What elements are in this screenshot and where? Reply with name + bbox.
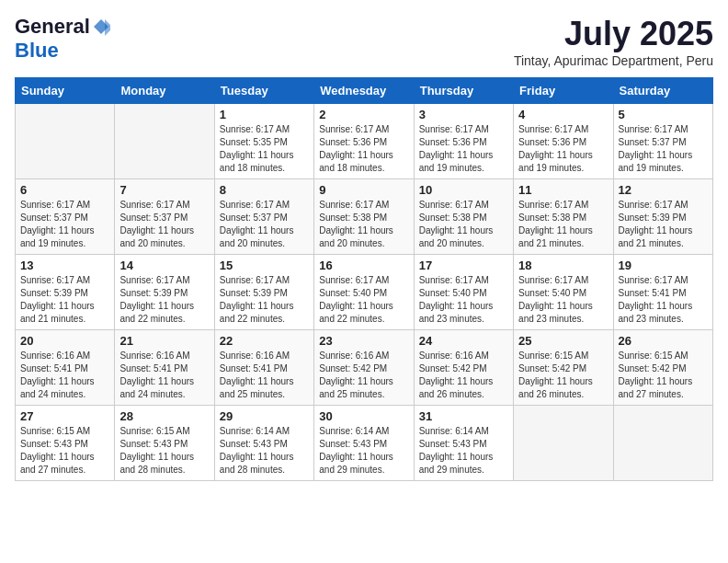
day-info: Sunrise: 6:17 AMSunset: 5:39 PMDaylight:… xyxy=(20,274,109,326)
calendar-day-cell xyxy=(16,104,115,179)
calendar-day-cell: 3Sunrise: 6:17 AMSunset: 5:36 PMDaylight… xyxy=(414,104,513,179)
calendar-day-cell: 6Sunrise: 6:17 AMSunset: 5:37 PMDaylight… xyxy=(16,179,115,255)
day-info: Sunrise: 6:17 AMSunset: 5:38 PMDaylight:… xyxy=(319,199,408,250)
calendar-day-cell: 5Sunrise: 6:17 AMSunset: 5:37 PMDaylight… xyxy=(613,104,712,179)
day-info: Sunrise: 6:15 AMSunset: 5:42 PMDaylight:… xyxy=(518,350,608,401)
calendar-day-cell: 11Sunrise: 6:17 AMSunset: 5:38 PMDayligh… xyxy=(514,179,613,255)
calendar-week-row: 1Sunrise: 6:17 AMSunset: 5:35 PMDaylight… xyxy=(16,104,713,179)
day-info: Sunrise: 6:17 AMSunset: 5:36 PMDaylight:… xyxy=(419,123,508,175)
day-info: Sunrise: 6:17 AMSunset: 5:41 PMDaylight:… xyxy=(619,274,708,326)
day-info: Sunrise: 6:17 AMSunset: 5:37 PMDaylight:… xyxy=(20,199,109,250)
calendar-day-cell: 19Sunrise: 6:17 AMSunset: 5:41 PMDayligh… xyxy=(613,255,712,330)
calendar-day-cell: 25Sunrise: 6:15 AMSunset: 5:42 PMDayligh… xyxy=(514,330,613,406)
day-info: Sunrise: 6:16 AMSunset: 5:42 PMDaylight:… xyxy=(419,350,508,401)
day-info: Sunrise: 6:17 AMSunset: 5:39 PMDaylight:… xyxy=(619,199,708,250)
calendar-week-row: 20Sunrise: 6:16 AMSunset: 5:41 PMDayligh… xyxy=(16,330,713,406)
day-number: 19 xyxy=(619,259,708,272)
calendar-day-cell: 2Sunrise: 6:17 AMSunset: 5:36 PMDaylight… xyxy=(314,104,414,179)
logo-general: General xyxy=(15,15,90,39)
day-info: Sunrise: 6:17 AMSunset: 5:36 PMDaylight:… xyxy=(319,123,408,175)
day-number: 17 xyxy=(419,259,508,272)
day-info: Sunrise: 6:17 AMSunset: 5:36 PMDaylight:… xyxy=(518,123,608,175)
location-subtitle: Tintay, Apurimac Department, Peru xyxy=(514,53,713,68)
calendar-day-cell: 18Sunrise: 6:17 AMSunset: 5:40 PMDayligh… xyxy=(514,255,613,330)
day-info: Sunrise: 6:16 AMSunset: 5:42 PMDaylight:… xyxy=(319,350,408,401)
calendar-day-cell: 12Sunrise: 6:17 AMSunset: 5:39 PMDayligh… xyxy=(613,179,712,255)
day-number: 29 xyxy=(220,409,309,423)
day-info: Sunrise: 6:17 AMSunset: 5:38 PMDaylight:… xyxy=(419,199,508,250)
weekday-header-sunday: Sunday xyxy=(16,78,115,104)
day-info: Sunrise: 6:17 AMSunset: 5:40 PMDaylight:… xyxy=(319,274,408,326)
day-info: Sunrise: 6:14 AMSunset: 5:43 PMDaylight:… xyxy=(220,425,309,477)
weekday-header-row: SundayMondayTuesdayWednesdayThursdayFrid… xyxy=(16,78,713,104)
day-info: Sunrise: 6:17 AMSunset: 5:35 PMDaylight:… xyxy=(220,123,309,175)
day-number: 26 xyxy=(619,334,708,348)
weekday-header-thursday: Thursday xyxy=(414,78,513,104)
day-number: 31 xyxy=(419,409,508,423)
day-number: 23 xyxy=(319,334,408,348)
day-info: Sunrise: 6:16 AMSunset: 5:41 PMDaylight:… xyxy=(119,350,209,401)
weekday-header-monday: Monday xyxy=(115,78,214,104)
calendar-day-cell: 13Sunrise: 6:17 AMSunset: 5:39 PMDayligh… xyxy=(16,255,115,330)
day-number: 7 xyxy=(119,183,209,197)
calendar-day-cell: 21Sunrise: 6:16 AMSunset: 5:41 PMDayligh… xyxy=(115,330,214,406)
day-info: Sunrise: 6:16 AMSunset: 5:41 PMDaylight:… xyxy=(220,350,309,401)
calendar-day-cell: 17Sunrise: 6:17 AMSunset: 5:40 PMDayligh… xyxy=(414,255,513,330)
day-number: 6 xyxy=(20,183,109,197)
day-info: Sunrise: 6:17 AMSunset: 5:39 PMDaylight:… xyxy=(119,274,209,326)
calendar-day-cell: 15Sunrise: 6:17 AMSunset: 5:39 PMDayligh… xyxy=(214,255,313,330)
day-info: Sunrise: 6:15 AMSunset: 5:43 PMDaylight:… xyxy=(20,425,109,477)
day-info: Sunrise: 6:16 AMSunset: 5:41 PMDaylight:… xyxy=(20,350,109,401)
day-number: 16 xyxy=(319,259,408,272)
day-number: 20 xyxy=(20,334,109,348)
calendar-day-cell: 31Sunrise: 6:14 AMSunset: 5:43 PMDayligh… xyxy=(414,406,513,481)
calendar-day-cell: 20Sunrise: 6:16 AMSunset: 5:41 PMDayligh… xyxy=(16,330,115,406)
page-header: General Blue July 2025 Tintay, Apurimac … xyxy=(15,15,713,68)
calendar-day-cell: 27Sunrise: 6:15 AMSunset: 5:43 PMDayligh… xyxy=(16,406,115,481)
calendar-day-cell: 16Sunrise: 6:17 AMSunset: 5:40 PMDayligh… xyxy=(314,255,414,330)
weekday-header-saturday: Saturday xyxy=(613,78,712,104)
day-number: 1 xyxy=(220,108,309,121)
calendar-table: SundayMondayTuesdayWednesdayThursdayFrid… xyxy=(15,77,713,481)
day-number: 5 xyxy=(619,108,708,121)
day-number: 21 xyxy=(119,334,209,348)
calendar-week-row: 13Sunrise: 6:17 AMSunset: 5:39 PMDayligh… xyxy=(16,255,713,330)
calendar-day-cell: 28Sunrise: 6:15 AMSunset: 5:43 PMDayligh… xyxy=(115,406,214,481)
day-number: 18 xyxy=(518,259,608,272)
day-number: 22 xyxy=(220,334,309,348)
calendar-day-cell: 29Sunrise: 6:14 AMSunset: 5:43 PMDayligh… xyxy=(214,406,313,481)
calendar-day-cell xyxy=(115,104,214,179)
calendar-week-row: 27Sunrise: 6:15 AMSunset: 5:43 PMDayligh… xyxy=(16,406,713,481)
day-info: Sunrise: 6:17 AMSunset: 5:37 PMDaylight:… xyxy=(220,199,309,250)
day-number: 15 xyxy=(220,259,309,272)
calendar-day-cell: 24Sunrise: 6:16 AMSunset: 5:42 PMDayligh… xyxy=(414,330,513,406)
calendar-day-cell: 14Sunrise: 6:17 AMSunset: 5:39 PMDayligh… xyxy=(115,255,214,330)
calendar-week-row: 6Sunrise: 6:17 AMSunset: 5:37 PMDaylight… xyxy=(16,179,713,255)
logo: General Blue xyxy=(15,15,110,63)
weekday-header-tuesday: Tuesday xyxy=(214,78,313,104)
day-info: Sunrise: 6:17 AMSunset: 5:37 PMDaylight:… xyxy=(619,123,708,175)
day-info: Sunrise: 6:14 AMSunset: 5:43 PMDaylight:… xyxy=(319,425,408,477)
day-number: 28 xyxy=(119,409,209,423)
day-number: 2 xyxy=(319,108,408,121)
day-number: 10 xyxy=(419,183,508,197)
calendar-day-cell: 1Sunrise: 6:17 AMSunset: 5:35 PMDaylight… xyxy=(214,104,313,179)
calendar-day-cell xyxy=(514,406,613,481)
calendar-day-cell: 9Sunrise: 6:17 AMSunset: 5:38 PMDaylight… xyxy=(314,179,414,255)
month-year-title: July 2025 xyxy=(514,15,713,53)
day-info: Sunrise: 6:17 AMSunset: 5:40 PMDaylight:… xyxy=(518,274,608,326)
day-info: Sunrise: 6:15 AMSunset: 5:43 PMDaylight:… xyxy=(119,425,209,477)
day-info: Sunrise: 6:17 AMSunset: 5:39 PMDaylight:… xyxy=(220,274,309,326)
calendar-day-cell: 7Sunrise: 6:17 AMSunset: 5:37 PMDaylight… xyxy=(115,179,214,255)
day-info: Sunrise: 6:15 AMSunset: 5:42 PMDaylight:… xyxy=(619,350,708,401)
day-number: 14 xyxy=(119,259,209,272)
day-number: 11 xyxy=(518,183,608,197)
logo-icon xyxy=(92,17,110,36)
calendar-day-cell xyxy=(613,406,712,481)
title-block: July 2025 Tintay, Apurimac Department, P… xyxy=(514,15,713,68)
day-number: 25 xyxy=(518,334,608,348)
day-number: 12 xyxy=(619,183,708,197)
day-number: 4 xyxy=(518,108,608,121)
logo-blue: Blue xyxy=(15,39,59,62)
calendar-day-cell: 30Sunrise: 6:14 AMSunset: 5:43 PMDayligh… xyxy=(314,406,414,481)
